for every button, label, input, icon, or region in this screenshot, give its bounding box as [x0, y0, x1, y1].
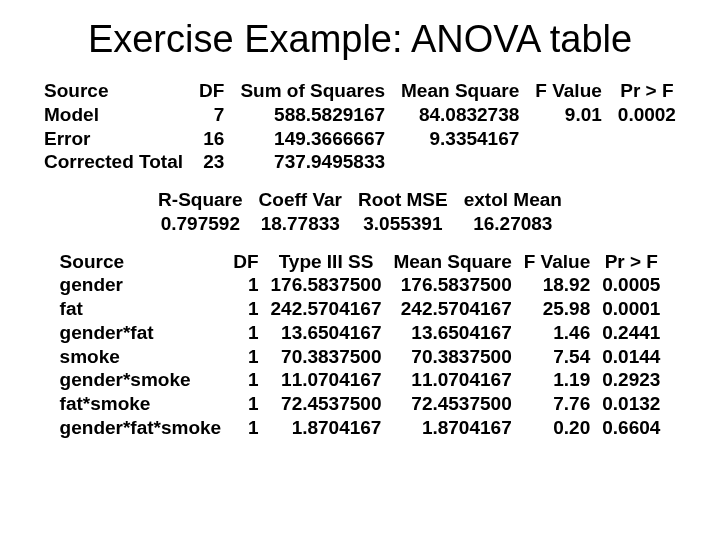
anova-table: Source DF Sum of Squares Mean Square F V… [36, 79, 684, 174]
cell-p: 0.0144 [596, 345, 666, 369]
table-row: gender*fat*smoke 1 1.8704167 1.8704167 0… [54, 416, 667, 440]
cell-p [610, 127, 684, 151]
cell-source: gender*smoke [54, 368, 228, 392]
cell-df: 1 [227, 345, 264, 369]
cell-df: 1 [227, 321, 264, 345]
cell-p: 0.2441 [596, 321, 666, 345]
cell-f: 7.54 [518, 345, 597, 369]
cell-coeffvar: 18.77833 [251, 212, 350, 236]
cell-p: 0.6604 [596, 416, 666, 440]
cell-f [527, 127, 610, 151]
cell-source: fat [54, 297, 228, 321]
col-coeffvar: Coeff Var [251, 188, 350, 212]
cell-ss: 588.5829167 [232, 103, 393, 127]
col-mean: extol Mean [456, 188, 570, 212]
col-prf: Pr > F [610, 79, 684, 103]
col-df: DF [191, 79, 232, 103]
cell-ms: 9.3354167 [393, 127, 527, 151]
col-type3ss: Type III SS [265, 250, 388, 274]
cell-f: 0.20 [518, 416, 597, 440]
cell-df: 1 [227, 416, 264, 440]
cell-p: 0.0001 [596, 297, 666, 321]
table-row: gender 1 176.5837500 176.5837500 18.92 0… [54, 273, 667, 297]
cell-ms: 242.5704167 [387, 297, 517, 321]
cell-p: 0.0005 [596, 273, 666, 297]
cell-source: smoke [54, 345, 228, 369]
cell-ms: 1.8704167 [387, 416, 517, 440]
table-row: fat*smoke 1 72.4537500 72.4537500 7.76 0… [54, 392, 667, 416]
cell-p: 0.0132 [596, 392, 666, 416]
cell-ss: 737.9495833 [232, 150, 393, 174]
table-header-row: Source DF Sum of Squares Mean Square F V… [36, 79, 684, 103]
table-row: gender*smoke 1 11.0704167 11.0704167 1.1… [54, 368, 667, 392]
cell-ms: 70.3837500 [387, 345, 517, 369]
table-header-row: R-Square Coeff Var Root MSE extol Mean [150, 188, 570, 212]
cell-f: 1.46 [518, 321, 597, 345]
slide-title: Exercise Example: ANOVA table [32, 18, 688, 61]
cell-ms [393, 150, 527, 174]
cell-df: 1 [227, 273, 264, 297]
cell-ss: 13.6504167 [265, 321, 388, 345]
cell-ms: 72.4537500 [387, 392, 517, 416]
cell-ms: 13.6504167 [387, 321, 517, 345]
col-fvalue: F Value [518, 250, 597, 274]
cell-rootmse: 3.055391 [350, 212, 456, 236]
cell-df: 23 [191, 150, 232, 174]
table-row: smoke 1 70.3837500 70.3837500 7.54 0.014… [54, 345, 667, 369]
cell-ms: 84.0832738 [393, 103, 527, 127]
cell-f: 25.98 [518, 297, 597, 321]
cell-source: Error [36, 127, 191, 151]
cell-ss: 72.4537500 [265, 392, 388, 416]
cell-f: 1.19 [518, 368, 597, 392]
cell-source: gender [54, 273, 228, 297]
table-header-row: Source DF Type III SS Mean Square F Valu… [54, 250, 667, 274]
cell-f [527, 150, 610, 174]
table-row: Model 7 588.5829167 84.0832738 9.01 0.00… [36, 103, 684, 127]
col-rsquare: R-Square [150, 188, 250, 212]
col-source: Source [54, 250, 228, 274]
cell-ss: 11.0704167 [265, 368, 388, 392]
cell-ss: 242.5704167 [265, 297, 388, 321]
cell-source: fat*smoke [54, 392, 228, 416]
col-source: Source [36, 79, 191, 103]
type3-table: Source DF Type III SS Mean Square F Valu… [54, 250, 667, 440]
cell-ss: 1.8704167 [265, 416, 388, 440]
cell-f: 18.92 [518, 273, 597, 297]
col-df: DF [227, 250, 264, 274]
col-ms: Mean Square [387, 250, 517, 274]
cell-ss: 149.3666667 [232, 127, 393, 151]
cell-p: 0.2923 [596, 368, 666, 392]
cell-df: 16 [191, 127, 232, 151]
cell-ms: 11.0704167 [387, 368, 517, 392]
cell-ms: 176.5837500 [387, 273, 517, 297]
table-row: Error 16 149.3666667 9.3354167 [36, 127, 684, 151]
col-ms: Mean Square [393, 79, 527, 103]
cell-ss: 70.3837500 [265, 345, 388, 369]
cell-ss: 176.5837500 [265, 273, 388, 297]
cell-f: 7.76 [518, 392, 597, 416]
col-fvalue: F Value [527, 79, 610, 103]
cell-df: 1 [227, 297, 264, 321]
cell-source: Model [36, 103, 191, 127]
table-row: 0.797592 18.77833 3.055391 16.27083 [150, 212, 570, 236]
cell-source: gender*fat [54, 321, 228, 345]
cell-rsquare: 0.797592 [150, 212, 250, 236]
col-ss: Sum of Squares [232, 79, 393, 103]
cell-p [610, 150, 684, 174]
cell-f: 9.01 [527, 103, 610, 127]
fit-stats-table: R-Square Coeff Var Root MSE extol Mean 0… [150, 188, 570, 236]
table-row: Corrected Total 23 737.9495833 [36, 150, 684, 174]
cell-df: 1 [227, 392, 264, 416]
cell-mean: 16.27083 [456, 212, 570, 236]
table-row: gender*fat 1 13.6504167 13.6504167 1.46 … [54, 321, 667, 345]
cell-source: gender*fat*smoke [54, 416, 228, 440]
cell-p: 0.0002 [610, 103, 684, 127]
cell-df: 7 [191, 103, 232, 127]
cell-df: 1 [227, 368, 264, 392]
col-prf: Pr > F [596, 250, 666, 274]
cell-source: Corrected Total [36, 150, 191, 174]
col-rootmse: Root MSE [350, 188, 456, 212]
table-row: fat 1 242.5704167 242.5704167 25.98 0.00… [54, 297, 667, 321]
